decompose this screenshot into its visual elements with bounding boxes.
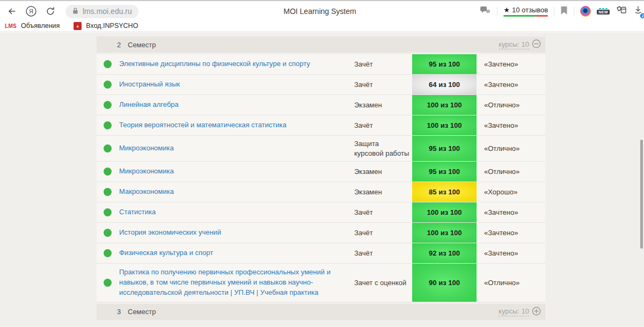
score-text: 85 из 100 xyxy=(429,188,460,196)
vertical-scrollbar-thumb[interactable] xyxy=(640,140,643,249)
course-link[interactable]: Статистика xyxy=(119,207,156,217)
page-content: 2 Семестр курсы: 10 Элективные дисциплин… xyxy=(0,32,644,327)
table-row: Линейная алгебраЭкзамен100 из 100«Отличн… xyxy=(97,95,545,115)
status-cell xyxy=(97,136,118,161)
score-text: 100 из 100 xyxy=(427,121,462,129)
course-link[interactable]: Элективные дисциплины по физической куль… xyxy=(119,59,310,69)
course-cell: Статистика xyxy=(118,202,354,222)
star-icon: ★ xyxy=(503,6,510,14)
status-dot-icon xyxy=(104,208,112,216)
score-text: 100 из 100 xyxy=(427,101,462,109)
bookmark-flag-icon xyxy=(560,6,568,17)
back-button[interactable] xyxy=(4,4,19,19)
status-cell xyxy=(97,264,118,302)
collections-button[interactable] xyxy=(616,5,627,17)
course-link[interactable]: Иностранный язык xyxy=(119,79,180,90)
status-dot-icon xyxy=(104,249,112,257)
course-cell: Микроэкономика xyxy=(118,136,354,161)
semester-number: 3 xyxy=(117,308,128,316)
course-link[interactable]: Макроэкономика xyxy=(119,187,174,197)
table-row: История экономических ученийЗачёт100 из … xyxy=(97,223,545,243)
assessment-type: Зачёт xyxy=(354,202,412,222)
tags-icon xyxy=(616,5,627,17)
downloads-count-badge: 2 xyxy=(640,13,644,19)
toolbar-separator xyxy=(497,7,497,16)
browser-toolbar: Я lms.moi.edu.ru MOI Learning System xyxy=(0,0,644,19)
protect-button[interactable] xyxy=(480,5,491,17)
status-dot-icon xyxy=(104,60,112,68)
course-link[interactable]: Практика по получению первичных професси… xyxy=(119,267,347,298)
assessment-type: Экзамен xyxy=(354,95,412,115)
protect-chat-icon xyxy=(480,5,491,17)
status-cell xyxy=(97,243,118,263)
score-text: 95 из 100 xyxy=(429,168,460,176)
score-text: 64 из 100 xyxy=(429,81,460,89)
courses-count-toggle[interactable]: курсы: 10 xyxy=(499,307,541,317)
course-cell: История экономических учений xyxy=(118,223,354,243)
bookmarks-bar: LMS Объявления ▲ Вход.INPSYCHO xyxy=(0,20,644,32)
status-cell xyxy=(97,162,118,181)
status-cell xyxy=(97,54,118,74)
back-arrow-icon xyxy=(6,6,17,17)
score-text: 92 из 100 xyxy=(429,249,460,257)
bookmark-label: Объявления xyxy=(21,22,60,30)
lock-icon xyxy=(72,7,79,16)
courses-count-toggle[interactable]: курсы: 10 xyxy=(499,39,541,50)
score-badge: 100 из 100 xyxy=(412,95,477,115)
downloads-button[interactable]: 2 xyxy=(633,5,643,17)
extension-browser-button[interactable] xyxy=(580,6,591,17)
lms-favicon: LMS xyxy=(5,23,17,29)
address-bar[interactable]: lms.moi.edu.ru xyxy=(65,5,138,18)
reviews-rating-bar xyxy=(503,15,548,17)
course-cell: Физическая культура и спорт xyxy=(118,243,354,263)
collapse-icon xyxy=(532,39,541,50)
grade-text: «Зачтено» xyxy=(477,54,545,74)
score-badge: 95 из 100 xyxy=(412,136,477,161)
screenshot-new-button[interactable]: NEW xyxy=(597,8,610,14)
course-link[interactable]: Физическая культура и спорт xyxy=(119,248,213,258)
table-row: МакроэкономикаЭкзамен85 из 100«Хорошо» xyxy=(97,182,545,202)
bookmark-item-inpsycho[interactable]: ▲ Вход.INPSYCHO xyxy=(74,22,138,30)
active-tab[interactable]: MOI Learning System xyxy=(283,2,356,20)
yandex-logo-icon: Я xyxy=(25,5,37,17)
grades-rows: Элективные дисциплины по физической куль… xyxy=(97,54,545,302)
refresh-button[interactable] xyxy=(43,4,58,19)
grade-text: «Отлично» xyxy=(477,162,545,181)
grades-table: 2 Семестр курсы: 10 Элективные дисциплин… xyxy=(97,37,545,320)
status-dot-icon xyxy=(104,279,112,287)
score-text: 90 из 100 xyxy=(429,279,460,287)
status-dot-icon xyxy=(104,168,112,176)
grade-text: «Зачтено» xyxy=(477,115,545,135)
status-cell xyxy=(97,182,118,202)
score-text: 95 из 100 xyxy=(429,144,460,152)
course-link[interactable]: История экономических учений xyxy=(119,228,221,238)
assessment-type: Экзамен xyxy=(354,162,412,181)
site-reviews-button[interactable]: ★ 10 отзывов xyxy=(503,6,548,17)
course-cell: Макроэкономика xyxy=(118,182,354,202)
course-link[interactable]: Линейная алгебра xyxy=(119,100,179,110)
semester-title: Семестр xyxy=(128,308,156,316)
expand-icon xyxy=(532,307,541,317)
bookmark-item-announcements[interactable]: LMS Объявления xyxy=(5,22,60,30)
assessment-type: Зачёт xyxy=(354,243,412,263)
toolbar-separator xyxy=(574,7,574,16)
status-cell xyxy=(97,115,118,135)
grade-text: «Зачтено» xyxy=(477,223,545,243)
inpsycho-favicon: ▲ xyxy=(74,22,82,30)
courses-count-label: курсы: 10 xyxy=(499,307,529,316)
grade-text: «Зачтено» xyxy=(477,243,545,263)
score-badge: 100 из 100 xyxy=(412,223,477,243)
bookmark-button[interactable] xyxy=(560,6,568,17)
semester-number: 2 xyxy=(117,41,128,49)
semester-header: 2 Семестр курсы: 10 xyxy=(97,37,545,53)
course-link[interactable]: Микроэкономика xyxy=(119,143,174,154)
browser-globe-icon xyxy=(580,6,591,17)
assessment-type: Зачёт xyxy=(354,54,412,74)
course-cell: Теория вероятностей и математическая ста… xyxy=(118,115,354,135)
score-badge: 100 из 100 xyxy=(412,115,477,135)
score-badge: 92 из 100 xyxy=(412,243,477,263)
courses-count-label: курсы: 10 xyxy=(499,40,529,49)
course-link[interactable]: Микроэкономика xyxy=(119,166,174,177)
yandex-logo-button[interactable]: Я xyxy=(24,4,39,19)
course-link[interactable]: Теория вероятностей и математическая ста… xyxy=(119,120,287,130)
